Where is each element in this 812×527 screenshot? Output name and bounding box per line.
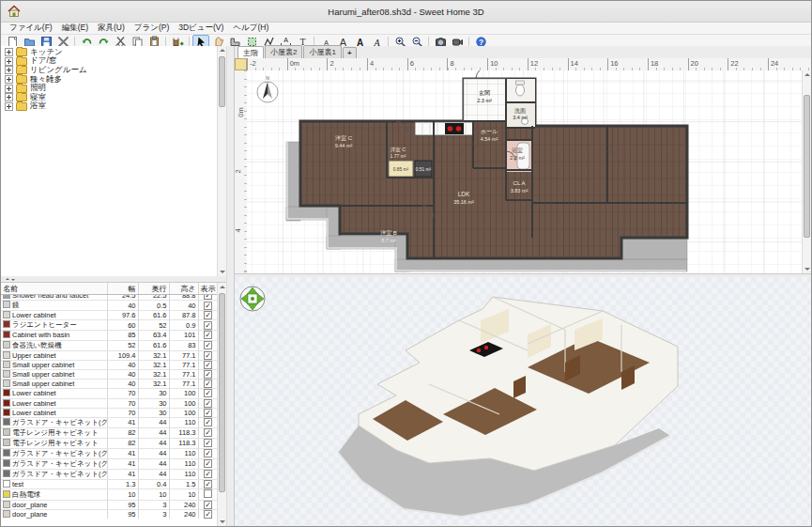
left-split-handle[interactable]	[1, 276, 226, 283]
table-row[interactable]: Lower cabinet 97.6 61.6 87.8	[1, 311, 218, 320]
table-row[interactable]: Lower cabinet 70 30 100	[1, 389, 218, 398]
add-level-tab-button[interactable]: +	[343, 47, 357, 58]
scroll-down-icon[interactable]	[218, 518, 226, 526]
table-row[interactable]: test 1.3 0.4 1.5	[1, 479, 218, 488]
furniture-name: Small upper cabinet	[12, 361, 74, 369]
catalog-category[interactable]: 浴室	[1, 102, 226, 112]
furniture-height: 118.3	[169, 427, 198, 438]
visible-checkbox[interactable]	[204, 480, 212, 488]
menu-item[interactable]: ヘルプ(H)	[228, 23, 273, 34]
furniture-scrollbar[interactable]	[217, 283, 226, 526]
level-tab[interactable]: 主階	[237, 46, 264, 59]
menu-item[interactable]: ファイル(F)	[5, 23, 57, 34]
table-row[interactable]: ガラスドア・キャビネット(グレー) 41 44 110	[1, 417, 218, 427]
visible-checkbox[interactable]	[204, 439, 212, 447]
menu-item[interactable]: プラン(P)	[130, 23, 174, 34]
expand-plus-icon[interactable]	[5, 57, 13, 66]
visible-checkbox[interactable]	[204, 428, 212, 437]
scroll-up-icon[interactable]	[218, 283, 226, 291]
table-row[interactable]: Upper cabinet 109.4 32.1 77.1	[1, 350, 218, 360]
scroll-up-icon[interactable]	[218, 46, 226, 54]
visible-checkbox[interactable]	[204, 341, 212, 349]
scroll-up-icon[interactable]	[803, 70, 811, 79]
svg-text:3.4 m²: 3.4 m²	[513, 115, 528, 120]
table-row[interactable]: Small upper cabinet 40 32.1 77.1	[1, 360, 218, 369]
table-row[interactable]: door_plane 95 3 240	[1, 501, 218, 510]
visible-checkbox[interactable]	[204, 295, 212, 300]
canvas-3d[interactable]	[235, 277, 811, 526]
col-header-depth[interactable]: 奥行	[138, 283, 169, 295]
table-row[interactable]: ラジエントヒーター 60 52 0.9	[1, 320, 218, 331]
scrollbar-thumb[interactable]	[804, 95, 810, 238]
scroll-down-icon[interactable]	[803, 265, 811, 273]
visible-checkbox[interactable]	[204, 510, 212, 519]
plan-view[interactable]: -20m24681012141618202224 0m 2 4	[235, 58, 811, 273]
visible-checkbox[interactable]	[204, 501, 212, 509]
visible-checkbox[interactable]	[204, 409, 212, 417]
table-row[interactable]: 電子レンジ用キャビネット 82 44 118.3	[1, 427, 218, 438]
visible-checkbox[interactable]	[204, 389, 212, 397]
plan-scrollbar[interactable]	[802, 70, 811, 273]
menu-item[interactable]: 家具(U)	[93, 23, 130, 34]
scroll-down-icon[interactable]	[218, 268, 226, 276]
visible-checkbox[interactable]	[204, 331, 212, 339]
visible-checkbox[interactable]	[204, 351, 212, 360]
floor-plan-canvas[interactable]: 玄関 2.3 m² 洗面 3.4 m² ホール 4.54 m² 浴室 2.3 m…	[247, 70, 811, 273]
visible-checkbox[interactable]	[204, 321, 212, 330]
kitchen-counter[interactable]	[415, 122, 473, 135]
table-row[interactable]: ガラスドア・キャビネット(グレー) 41 44 110	[1, 469, 218, 479]
expand-plus-icon[interactable]	[5, 93, 13, 101]
table-row[interactable]: 鏡 40 0.5 40	[1, 301, 218, 311]
toilet[interactable]	[516, 85, 525, 96]
visible-checkbox[interactable]	[204, 302, 212, 310]
col-header-name[interactable]: 名前	[1, 283, 107, 295]
scrollbar-thumb[interactable]	[219, 293, 225, 492]
col-header-height[interactable]: 高さ	[169, 283, 198, 295]
table-row[interactable]: door_plane 95 3 240	[1, 510, 218, 519]
svg-text:?: ?	[478, 38, 483, 47]
expand-plus-icon[interactable]	[5, 66, 13, 74]
expand-plus-icon[interactable]	[5, 75, 13, 84]
expand-plus-icon[interactable]	[5, 48, 13, 56]
level-tab[interactable]: 小屋裏1	[303, 45, 341, 58]
visible-checkbox[interactable]	[204, 470, 212, 478]
visible-checkbox[interactable]	[204, 449, 212, 457]
menu-item[interactable]: 編集(E)	[57, 23, 93, 34]
table-row[interactable]: ガラスドア・キャビネット(グレー) 41 44 110	[1, 448, 218, 458]
visible-checkbox[interactable]	[204, 399, 212, 408]
visible-checkbox[interactable]	[204, 489, 212, 498]
table-row[interactable]: Cabinet with basin 85 63.4 101	[1, 331, 218, 340]
ruler-label: 4	[367, 58, 407, 70]
visible-checkbox[interactable]	[204, 459, 212, 468]
view-3d[interactable]	[235, 277, 811, 526]
col-header-visible[interactable]: 表示	[198, 283, 218, 295]
table-row[interactable]: Lower cabinet 70 30 100	[1, 398, 218, 408]
table-row[interactable]: 白熱電球 10 10 10	[1, 489, 218, 501]
visible-checkbox[interactable]	[204, 311, 212, 319]
table-row[interactable]: Lower cabinet 70 30 100	[1, 408, 218, 417]
table-row[interactable]: 電子レンジ用キャビネット 82 44 118.3	[1, 438, 218, 448]
ruler-label: 20	[688, 58, 728, 70]
table-row[interactable]: ガラスドア・キャビネット(グレー) 41 44 110	[1, 458, 218, 469]
visible-checkbox[interactable]	[204, 380, 212, 388]
scrollbar-thumb[interactable]	[219, 56, 225, 107]
expand-plus-icon[interactable]	[5, 102, 13, 111]
menu-item[interactable]: 3Dビュー(V)	[174, 23, 228, 34]
visible-checkbox[interactable]	[204, 361, 212, 369]
furniture-icon	[3, 449, 10, 457]
catalog-scrollbar[interactable]	[217, 46, 226, 276]
furniture-name: ガラスドア・キャビネット(グレー)	[12, 418, 107, 426]
visible-checkbox[interactable]	[204, 370, 212, 379]
visible-checkbox[interactable]	[204, 418, 212, 426]
level-tab[interactable]: 小屋裏2	[265, 45, 302, 58]
furniture-name: 電子レンジ用キャビネット	[12, 439, 99, 447]
furniture-depth: 30	[138, 398, 169, 408]
table-row[interactable]: Small upper cabinet 40 32.1 77.1	[1, 380, 218, 389]
table-row[interactable]: Small upper cabinet 40 32.1 77.1	[1, 369, 218, 379]
expand-plus-icon[interactable]	[5, 85, 13, 93]
col-header-width[interactable]: 幅	[107, 283, 138, 295]
table-row[interactable]: 食器洗い乾燥機 52 61.6 83	[1, 340, 218, 350]
furniture-height: 87.8	[169, 311, 198, 320]
main-split-divider[interactable]	[226, 46, 235, 526]
nav-compass[interactable]	[240, 287, 265, 311]
